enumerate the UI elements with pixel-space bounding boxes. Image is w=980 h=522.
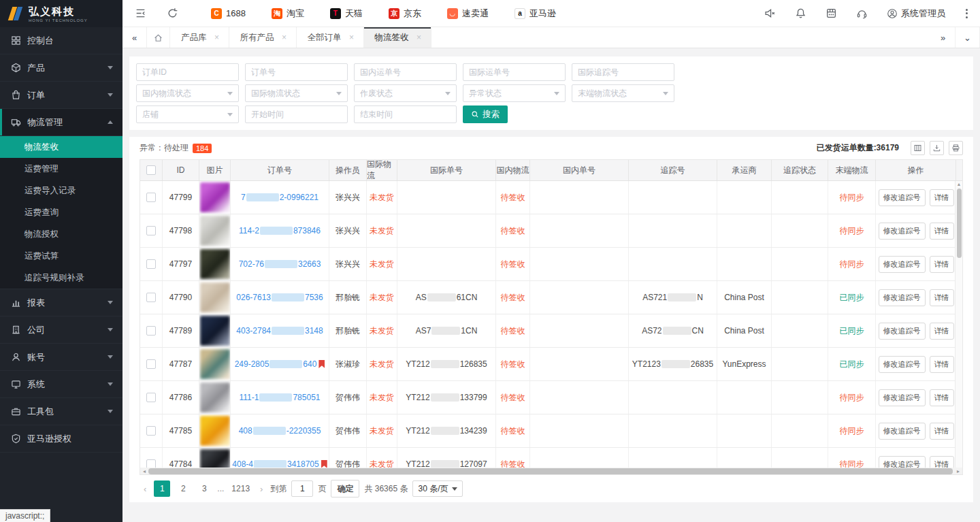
page-button-3[interactable]: 3 bbox=[196, 480, 212, 497]
row-checkbox[interactable] bbox=[146, 326, 156, 336]
detail-button[interactable]: 详情 bbox=[930, 323, 954, 340]
filter-input[interactable] bbox=[572, 63, 674, 81]
pending-count-badge[interactable]: 184 bbox=[193, 144, 212, 153]
row-checkbox[interactable] bbox=[146, 459, 156, 468]
scroll-up-icon[interactable]: ▲ bbox=[956, 181, 962, 188]
announcement-speaker-icon[interactable] bbox=[764, 7, 776, 19]
edit-tracking-button[interactable]: 修改追踪号 bbox=[879, 189, 926, 206]
refresh-icon[interactable] bbox=[167, 7, 178, 19]
close-icon[interactable]: × bbox=[280, 33, 289, 42]
sidebar-item-product[interactable]: 产品 bbox=[0, 54, 122, 82]
tab-item[interactable]: 所有产品× bbox=[229, 27, 297, 48]
filter-select[interactable]: 末端物流状态 bbox=[572, 84, 674, 102]
tabs-scroll-left-icon[interactable]: « bbox=[122, 27, 147, 48]
sidebar-subitem[interactable]: 运费试算 bbox=[0, 245, 122, 267]
export-button[interactable] bbox=[930, 141, 944, 155]
marketplace-link-amazon[interactable]: a亚马逊 bbox=[514, 7, 556, 20]
filter-select[interactable]: 国内物流状态 bbox=[136, 84, 239, 102]
print-button[interactable] bbox=[949, 141, 963, 155]
detail-button[interactable]: 详情 bbox=[930, 423, 954, 440]
scroll-left-icon[interactable]: ◂ bbox=[140, 468, 148, 474]
prev-page-icon[interactable]: ‹ bbox=[141, 484, 149, 494]
home-tab-icon[interactable] bbox=[147, 27, 170, 48]
order-number-link[interactable]: 026-76137536 bbox=[236, 293, 323, 302]
menu-fold-icon[interactable] bbox=[135, 7, 146, 19]
filter-input[interactable] bbox=[354, 63, 457, 81]
order-number-link[interactable]: 114-2873846 bbox=[239, 226, 321, 235]
filter-input[interactable] bbox=[136, 63, 239, 81]
marketplace-link-1688[interactable]: C1688 bbox=[211, 8, 246, 19]
kebab-menu-icon[interactable] bbox=[964, 7, 969, 20]
page-size-select[interactable]: 30 条/页 bbox=[412, 480, 463, 497]
admin-user-menu[interactable]: 系统管理员 bbox=[887, 7, 945, 20]
edit-tracking-button[interactable]: 修改追踪号 bbox=[879, 256, 926, 273]
detail-button[interactable]: 详情 bbox=[930, 456, 954, 468]
edit-tracking-button[interactable]: 修改追踪号 bbox=[879, 289, 926, 306]
sidebar-subitem[interactable]: 运费查询 bbox=[0, 201, 122, 223]
marketplace-link-taobao[interactable]: 淘淘宝 bbox=[272, 7, 304, 20]
marketplace-link-aliexpress[interactable]: ◡速卖通 bbox=[447, 7, 489, 20]
sidebar-item-account[interactable]: 账号 bbox=[0, 344, 122, 371]
row-checkbox[interactable] bbox=[146, 226, 156, 235]
row-checkbox[interactable] bbox=[146, 293, 156, 302]
goto-confirm-button[interactable]: 确定 bbox=[331, 480, 359, 497]
sidebar-item-order[interactable]: 订单 bbox=[0, 82, 122, 109]
sidebar-subitem[interactable]: 物流授权 bbox=[0, 223, 122, 245]
filter-select[interactable]: 作废状态 bbox=[354, 84, 457, 102]
vertical-scroll-thumb[interactable] bbox=[957, 189, 962, 258]
order-number-link[interactable]: 408-2220355 bbox=[239, 426, 321, 436]
order-number-link[interactable]: 111-1785051 bbox=[240, 393, 321, 402]
close-icon[interactable]: × bbox=[212, 33, 222, 42]
tab-item[interactable]: 全部订单× bbox=[297, 27, 364, 48]
sidebar-item-logistics[interactable]: 物流管理 bbox=[0, 109, 122, 136]
order-number-link[interactable]: 408-43418705 bbox=[232, 459, 318, 468]
row-checkbox[interactable] bbox=[146, 193, 156, 202]
sidebar-subitem[interactable]: 运费导入记录 bbox=[0, 180, 122, 201]
edit-tracking-button[interactable]: 修改追踪号 bbox=[879, 423, 926, 440]
row-checkbox[interactable] bbox=[146, 426, 156, 436]
sidebar-item-amazon-auth[interactable]: 亚马逊授权 bbox=[0, 425, 122, 453]
page-button-1[interactable]: 1 bbox=[154, 480, 170, 497]
filter-select[interactable]: 国际物流状态 bbox=[245, 84, 348, 102]
headset-support-icon[interactable] bbox=[856, 7, 868, 19]
row-checkbox[interactable] bbox=[146, 393, 156, 402]
page-button-1213[interactable]: 1213 bbox=[229, 480, 252, 497]
filter-input[interactable] bbox=[463, 63, 566, 81]
tab-item[interactable]: 产品库× bbox=[170, 27, 229, 48]
filter-select[interactable]: 店铺 bbox=[136, 105, 239, 123]
goto-page-input[interactable] bbox=[291, 480, 313, 497]
sidebar-item-dashboard[interactable]: 控制台 bbox=[0, 27, 122, 54]
edit-tracking-button[interactable]: 修改追踪号 bbox=[879, 223, 926, 240]
sidebar-item-toolkit[interactable]: 工具包 bbox=[0, 398, 122, 425]
detail-button[interactable]: 详情 bbox=[930, 256, 954, 273]
detail-button[interactable]: 详情 bbox=[930, 189, 954, 206]
notification-bell-icon[interactable] bbox=[795, 7, 806, 19]
sidebar-item-system[interactable]: 系统 bbox=[0, 371, 122, 398]
close-icon[interactable]: × bbox=[414, 33, 424, 42]
filter-input[interactable] bbox=[245, 63, 348, 81]
tabs-dropdown-icon[interactable]: ⌄ bbox=[956, 27, 980, 48]
detail-button[interactable]: 详情 bbox=[930, 223, 954, 240]
columns-setting-button[interactable] bbox=[911, 141, 925, 155]
filter-input[interactable] bbox=[245, 105, 348, 123]
sidebar-item-company[interactable]: 公司 bbox=[0, 316, 122, 344]
order-number-link[interactable]: 702-7632663 bbox=[239, 259, 321, 269]
order-number-link[interactable]: 403-27843148 bbox=[236, 326, 323, 336]
sidebar-subitem[interactable]: 物流签收 bbox=[0, 136, 122, 158]
sidebar-subitem[interactable]: 运费管理 bbox=[0, 158, 122, 180]
row-checkbox[interactable] bbox=[146, 259, 156, 269]
marketplace-link-jd[interactable]: 京京东 bbox=[389, 7, 421, 20]
scroll-right-icon[interactable]: ▸ bbox=[954, 468, 962, 474]
detail-button[interactable]: 详情 bbox=[930, 389, 954, 406]
horizontal-scroll-thumb[interactable] bbox=[148, 468, 953, 474]
detail-button[interactable]: 详情 bbox=[930, 289, 954, 306]
page-button-2[interactable]: 2 bbox=[175, 480, 191, 497]
close-icon[interactable]: × bbox=[347, 33, 357, 42]
marketplace-link-tmall[interactable]: T天猫 bbox=[330, 7, 363, 20]
app-grid-icon[interactable] bbox=[826, 7, 837, 19]
tab-item[interactable]: 物流签收× bbox=[364, 27, 431, 48]
edit-tracking-button[interactable]: 修改追踪号 bbox=[879, 356, 926, 373]
sidebar-subitem[interactable]: 追踪号规则补录 bbox=[0, 267, 122, 289]
pending-label[interactable]: 待处理 bbox=[164, 142, 189, 154]
search-button[interactable]: 搜索 bbox=[463, 105, 508, 123]
